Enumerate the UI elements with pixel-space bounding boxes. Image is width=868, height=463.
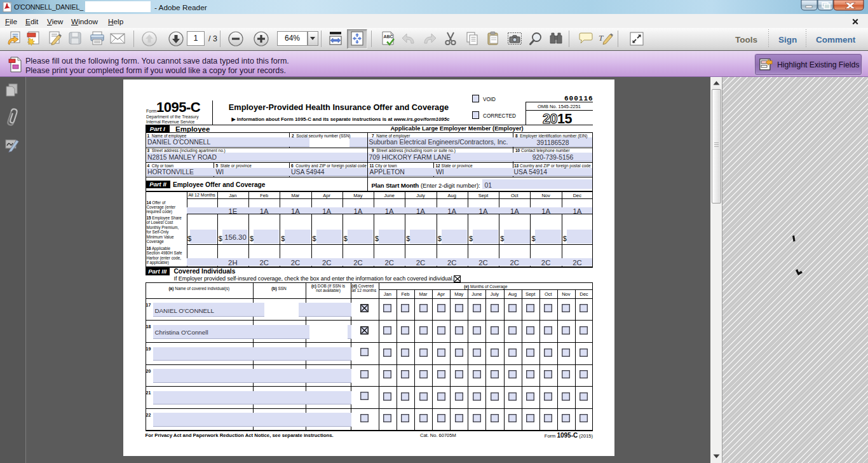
svg-text:ABC: ABC [384,34,393,39]
svg-text:T: T [599,33,604,43]
